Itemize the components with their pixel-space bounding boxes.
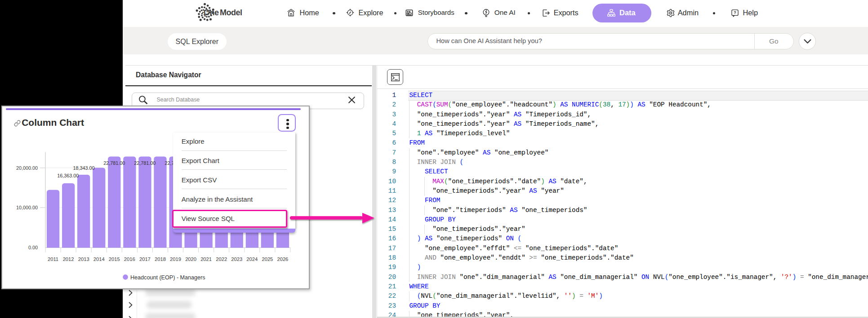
- svg-text:2025: 2025: [262, 256, 273, 262]
- svg-text:2022: 2022: [216, 256, 227, 262]
- svg-text:2020: 2020: [185, 256, 196, 262]
- svg-text:0.00: 0.00: [28, 245, 38, 250]
- svg-text:2014: 2014: [93, 256, 105, 262]
- svg-text:22,781.00: 22,781.00: [103, 160, 125, 166]
- svg-text:2015: 2015: [109, 256, 120, 262]
- svg-text:10,000.00: 10,000.00: [16, 205, 38, 210]
- svg-text:2012: 2012: [63, 256, 74, 262]
- svg-text:2016: 2016: [124, 256, 135, 262]
- svg-text:16,363.00: 16,363.00: [57, 173, 79, 178]
- svg-text:22,781.00: 22,781.00: [134, 160, 156, 166]
- svg-text:2013: 2013: [78, 256, 89, 262]
- svg-text:2018: 2018: [155, 256, 166, 262]
- svg-text:2017: 2017: [139, 256, 151, 262]
- svg-text:2011: 2011: [48, 256, 58, 262]
- svg-text:2019: 2019: [170, 256, 181, 262]
- svg-text:2023: 2023: [231, 256, 242, 262]
- svg-text:2024: 2024: [246, 256, 258, 262]
- svg-text:18,343.00: 18,343.00: [73, 165, 94, 171]
- svg-text:Headcount (EOP) - Managers: Headcount (EOP) - Managers: [130, 274, 205, 281]
- svg-text:20,000.00: 20,000.00: [16, 165, 38, 171]
- svg-text:2026: 2026: [277, 256, 288, 262]
- svg-text:2021: 2021: [200, 256, 212, 262]
